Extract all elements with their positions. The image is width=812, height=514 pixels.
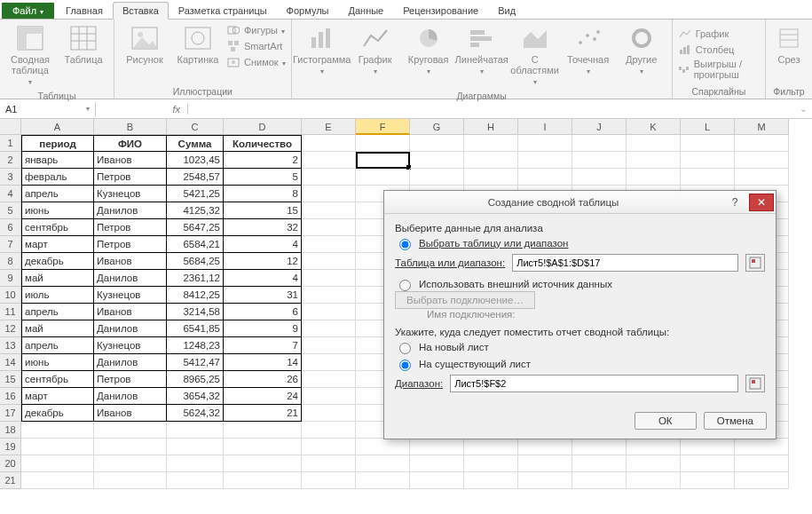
cell-D15[interactable]: 26 <box>224 371 302 388</box>
btn-chart-pie[interactable]: Круговая <box>404 21 453 80</box>
cell-C4[interactable]: 5421,25 <box>167 186 224 202</box>
row-header-6[interactable]: 6 <box>0 219 21 236</box>
cell-F3[interactable] <box>356 169 410 186</box>
cell-J3[interactable] <box>572 169 627 186</box>
cell-G21[interactable] <box>410 472 464 489</box>
btn-chart-scatter[interactable]: Точечная <box>564 21 613 80</box>
cell-C1[interactable]: Сумма <box>167 135 224 152</box>
cell-I1[interactable] <box>518 135 572 152</box>
range-input[interactable] <box>512 254 738 272</box>
cell-B1[interactable]: ФИО <box>94 135 167 152</box>
cell-I3[interactable] <box>518 169 572 186</box>
cell-E15[interactable] <box>302 371 356 388</box>
cell-M19[interactable] <box>735 439 789 455</box>
cell-C16[interactable]: 3654,32 <box>167 388 224 405</box>
cell-A7[interactable]: март <box>21 236 94 253</box>
row-header-18[interactable]: 18 <box>0 422 21 439</box>
cell-B15[interactable]: Петров <box>94 371 167 388</box>
cell-C13[interactable]: 1248,23 <box>167 337 224 354</box>
cell-C15[interactable]: 8965,25 <box>167 371 224 388</box>
cell-D12[interactable]: 9 <box>224 320 302 337</box>
formula-input[interactable] <box>188 102 812 115</box>
col-header-A[interactable]: A <box>21 119 94 135</box>
cell-B10[interactable]: Кузнецов <box>94 287 167 304</box>
cell-K1[interactable] <box>627 135 681 152</box>
cell-D9[interactable]: 4 <box>224 270 302 287</box>
cell-C6[interactable]: 5647,25 <box>167 219 224 236</box>
cell-B12[interactable]: Данилов <box>94 320 167 337</box>
name-box[interactable]: A1 <box>0 102 96 116</box>
dialog-close-icon[interactable]: ✕ <box>749 194 774 211</box>
btn-slicer[interactable]: Срез <box>771 21 807 67</box>
cell-J21[interactable] <box>572 472 627 489</box>
cell-B17[interactable]: Иванов <box>94 405 167 422</box>
row-header-1[interactable]: 1 <box>0 135 21 152</box>
btn-spark-winloss[interactable]: Выигрыш / проигрыш <box>678 59 760 80</box>
cell-E8[interactable] <box>302 253 356 270</box>
cell-G20[interactable] <box>410 455 464 472</box>
cell-D20[interactable] <box>224 455 302 472</box>
btn-ok[interactable]: ОК <box>635 412 697 430</box>
cell-I20[interactable] <box>518 455 572 472</box>
cell-E11[interactable] <box>302 304 356 320</box>
col-header-H[interactable]: H <box>464 119 518 135</box>
cell-A19[interactable] <box>21 439 94 455</box>
cell-A8[interactable]: декабрь <box>21 253 94 270</box>
tab-layout[interactable]: Разметка страницы <box>169 2 277 19</box>
cell-D2[interactable]: 2 <box>224 152 302 169</box>
cell-A21[interactable] <box>21 472 94 489</box>
cell-E2[interactable] <box>302 152 356 169</box>
row-header-4[interactable]: 4 <box>0 186 21 202</box>
cell-E6[interactable] <box>302 219 356 236</box>
cell-E10[interactable] <box>302 287 356 304</box>
cell-B3[interactable]: Петров <box>94 169 167 186</box>
row-header-13[interactable]: 13 <box>0 337 21 354</box>
cell-E3[interactable] <box>302 169 356 186</box>
cell-A13[interactable]: апрель <box>21 337 94 354</box>
btn-smartart[interactable]: SmartArt <box>226 39 286 53</box>
cell-I2[interactable] <box>518 152 572 169</box>
cell-H21[interactable] <box>464 472 518 489</box>
btn-screenshot[interactable]: Снимок <box>226 55 286 69</box>
cell-G1[interactable] <box>410 135 464 152</box>
cell-A3[interactable]: февраль <box>21 169 94 186</box>
cell-H3[interactable] <box>464 169 518 186</box>
col-header-C[interactable]: C <box>167 119 224 135</box>
tab-file[interactable]: Файл <box>2 3 54 19</box>
cell-B7[interactable]: Петров <box>94 236 167 253</box>
col-header-K[interactable]: K <box>627 119 681 135</box>
cell-D8[interactable]: 12 <box>224 253 302 270</box>
cell-D18[interactable] <box>224 422 302 439</box>
cell-B14[interactable]: Данилов <box>94 354 167 371</box>
dest-picker-icon[interactable] <box>745 375 765 392</box>
fx-icon[interactable]: fx <box>96 104 188 115</box>
cell-H1[interactable] <box>464 135 518 152</box>
cell-K19[interactable] <box>627 439 681 455</box>
tab-review[interactable]: Рецензирование <box>393 2 488 19</box>
cell-C2[interactable]: 1023,45 <box>167 152 224 169</box>
cell-D14[interactable]: 14 <box>224 354 302 371</box>
radio-existing-sheet[interactable]: На существующий лист <box>395 357 765 371</box>
cell-A15[interactable]: сентябрь <box>21 371 94 388</box>
cell-F20[interactable] <box>356 455 410 472</box>
btn-chart-line[interactable]: График <box>351 21 400 80</box>
cell-C14[interactable]: 5412,47 <box>167 354 224 371</box>
cell-C21[interactable] <box>167 472 224 489</box>
btn-shapes[interactable]: Фигуры <box>226 23 286 37</box>
cell-C7[interactable]: 6584,21 <box>167 236 224 253</box>
cell-A16[interactable]: март <box>21 388 94 405</box>
btn-chart-other[interactable]: Другие <box>617 21 666 80</box>
btn-cancel[interactable]: Отмена <box>704 412 767 430</box>
cell-D3[interactable]: 5 <box>224 169 302 186</box>
cell-J19[interactable] <box>572 439 627 455</box>
row-header-5[interactable]: 5 <box>0 202 21 219</box>
cell-B9[interactable]: Данилов <box>94 270 167 287</box>
cell-C18[interactable] <box>167 422 224 439</box>
cell-M20[interactable] <box>735 455 789 472</box>
dialog-titlebar[interactable]: Создание сводной таблицы ? ✕ <box>384 191 776 214</box>
btn-chart-column[interactable]: Гистограмма <box>297 21 347 80</box>
cell-H20[interactable] <box>464 455 518 472</box>
cell-A12[interactable]: май <box>21 320 94 337</box>
cell-B5[interactable]: Данилов <box>94 202 167 219</box>
cell-B19[interactable] <box>94 439 167 455</box>
